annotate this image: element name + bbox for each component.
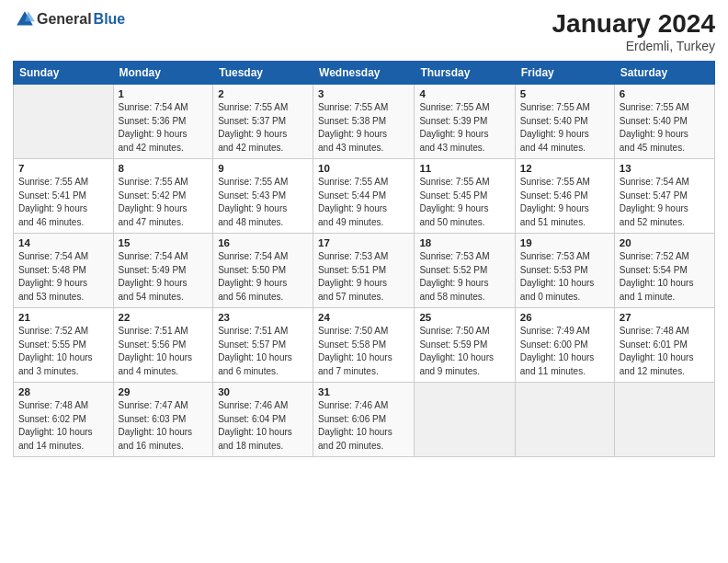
calendar-week-row: 14Sunrise: 7:54 AMSunset: 5:48 PMDayligh…	[14, 234, 715, 308]
day-info: Sunrise: 7:52 AMSunset: 5:55 PMDaylight:…	[18, 325, 108, 378]
calendar-cell: 23Sunrise: 7:51 AMSunset: 5:57 PMDayligh…	[213, 308, 313, 383]
calendar-day-header: Sunday	[14, 62, 114, 85]
calendar-cell: 9Sunrise: 7:55 AMSunset: 5:43 PMDaylight…	[213, 159, 313, 234]
day-number: 13	[620, 163, 710, 174]
calendar-cell: 31Sunrise: 7:46 AMSunset: 6:06 PMDayligh…	[313, 383, 415, 457]
day-info: Sunrise: 7:53 AMSunset: 5:52 PMDaylight:…	[419, 250, 509, 304]
calendar-cell	[614, 383, 714, 457]
day-number: 17	[318, 237, 409, 248]
day-info: Sunrise: 7:46 AMSunset: 6:06 PMDaylight:…	[318, 399, 409, 453]
page: General Blue January 2024 Erdemli, Turke…	[0, 0, 728, 563]
day-number: 11	[419, 163, 509, 174]
calendar-cell: 14Sunrise: 7:54 AMSunset: 5:48 PMDayligh…	[14, 234, 114, 308]
day-number: 3	[318, 88, 409, 99]
day-info: Sunrise: 7:48 AMSunset: 6:01 PMDaylight:…	[620, 325, 710, 378]
day-number: 23	[218, 312, 308, 323]
day-info: Sunrise: 7:50 AMSunset: 5:58 PMDaylight:…	[318, 325, 409, 378]
day-info: Sunrise: 7:55 AMSunset: 5:37 PMDaylight:…	[218, 101, 308, 155]
calendar-cell: 11Sunrise: 7:55 AMSunset: 5:45 PMDayligh…	[415, 159, 515, 234]
calendar-cell	[515, 383, 614, 457]
day-info: Sunrise: 7:55 AMSunset: 5:38 PMDaylight:…	[318, 101, 409, 155]
calendar-day-header: Monday	[113, 62, 213, 85]
day-number: 30	[218, 386, 308, 397]
calendar-cell: 13Sunrise: 7:54 AMSunset: 5:47 PMDayligh…	[614, 159, 714, 234]
calendar-cell: 22Sunrise: 7:51 AMSunset: 5:56 PMDayligh…	[113, 308, 213, 383]
calendar-cell: 27Sunrise: 7:48 AMSunset: 6:01 PMDayligh…	[614, 308, 714, 383]
day-info: Sunrise: 7:51 AMSunset: 5:57 PMDaylight:…	[218, 325, 308, 378]
calendar-week-row: 21Sunrise: 7:52 AMSunset: 5:55 PMDayligh…	[14, 308, 715, 383]
day-number: 22	[119, 312, 209, 323]
calendar-cell: 3Sunrise: 7:55 AMSunset: 5:38 PMDaylight…	[313, 85, 415, 159]
day-number: 20	[620, 237, 710, 248]
day-info: Sunrise: 7:54 AMSunset: 5:49 PMDaylight:…	[119, 250, 209, 304]
calendar-cell: 30Sunrise: 7:46 AMSunset: 6:04 PMDayligh…	[213, 383, 313, 457]
day-number: 26	[520, 312, 609, 323]
day-number: 4	[419, 88, 509, 99]
calendar-cell	[14, 85, 114, 159]
calendar-cell: 18Sunrise: 7:53 AMSunset: 5:52 PMDayligh…	[415, 234, 515, 308]
day-info: Sunrise: 7:55 AMSunset: 5:39 PMDaylight:…	[419, 101, 509, 155]
calendar-cell: 24Sunrise: 7:50 AMSunset: 5:58 PMDayligh…	[313, 308, 415, 383]
day-info: Sunrise: 7:54 AMSunset: 5:47 PMDaylight:…	[620, 176, 710, 229]
calendar-cell: 10Sunrise: 7:55 AMSunset: 5:44 PMDayligh…	[313, 159, 415, 234]
calendar-day-header: Saturday	[614, 62, 714, 85]
day-number: 7	[18, 163, 108, 174]
calendar-day-header: Thursday	[415, 62, 515, 85]
logo: General Blue	[13, 9, 125, 29]
calendar-cell: 28Sunrise: 7:48 AMSunset: 6:02 PMDayligh…	[14, 383, 114, 457]
calendar-header-row: SundayMondayTuesdayWednesdayThursdayFrid…	[14, 62, 715, 85]
header: General Blue January 2024 Erdemli, Turke…	[13, 9, 715, 53]
calendar-cell: 5Sunrise: 7:55 AMSunset: 5:40 PMDaylight…	[515, 85, 614, 159]
calendar-cell: 8Sunrise: 7:55 AMSunset: 5:42 PMDaylight…	[113, 159, 213, 234]
day-info: Sunrise: 7:54 AMSunset: 5:48 PMDaylight:…	[18, 250, 108, 304]
calendar-day-header: Friday	[515, 62, 614, 85]
day-info: Sunrise: 7:55 AMSunset: 5:41 PMDaylight:…	[18, 176, 108, 229]
day-info: Sunrise: 7:48 AMSunset: 6:02 PMDaylight:…	[18, 399, 108, 453]
day-number: 9	[218, 163, 308, 174]
calendar-cell: 4Sunrise: 7:55 AMSunset: 5:39 PMDaylight…	[415, 85, 515, 159]
logo-general: General	[37, 11, 92, 28]
calendar-week-row: 7Sunrise: 7:55 AMSunset: 5:41 PMDaylight…	[14, 159, 715, 234]
calendar-cell: 26Sunrise: 7:49 AMSunset: 6:00 PMDayligh…	[515, 308, 614, 383]
day-info: Sunrise: 7:47 AMSunset: 6:03 PMDaylight:…	[119, 399, 209, 453]
day-info: Sunrise: 7:55 AMSunset: 5:40 PMDaylight:…	[520, 101, 609, 155]
calendar-week-row: 28Sunrise: 7:48 AMSunset: 6:02 PMDayligh…	[14, 383, 715, 457]
calendar-cell	[415, 383, 515, 457]
calendar-cell: 15Sunrise: 7:54 AMSunset: 5:49 PMDayligh…	[113, 234, 213, 308]
calendar-cell: 7Sunrise: 7:55 AMSunset: 5:41 PMDaylight…	[14, 159, 114, 234]
day-info: Sunrise: 7:50 AMSunset: 5:59 PMDaylight:…	[419, 325, 509, 378]
day-info: Sunrise: 7:46 AMSunset: 6:04 PMDaylight:…	[218, 399, 308, 453]
day-info: Sunrise: 7:54 AMSunset: 5:50 PMDaylight:…	[218, 250, 308, 304]
calendar-cell: 12Sunrise: 7:55 AMSunset: 5:46 PMDayligh…	[515, 159, 614, 234]
day-number: 21	[18, 312, 108, 323]
day-info: Sunrise: 7:53 AMSunset: 5:51 PMDaylight:…	[318, 250, 409, 304]
day-info: Sunrise: 7:55 AMSunset: 5:42 PMDaylight:…	[119, 176, 209, 229]
calendar-table: SundayMondayTuesdayWednesdayThursdayFrid…	[13, 61, 715, 457]
calendar-week-row: 1Sunrise: 7:54 AMSunset: 5:36 PMDaylight…	[14, 85, 715, 159]
day-info: Sunrise: 7:55 AMSunset: 5:44 PMDaylight:…	[318, 176, 409, 229]
calendar-cell: 16Sunrise: 7:54 AMSunset: 5:50 PMDayligh…	[213, 234, 313, 308]
calendar-cell: 19Sunrise: 7:53 AMSunset: 5:53 PMDayligh…	[515, 234, 614, 308]
day-number: 29	[119, 386, 209, 397]
day-info: Sunrise: 7:55 AMSunset: 5:45 PMDaylight:…	[419, 176, 509, 229]
subtitle: Erdemli, Turkey	[552, 39, 715, 53]
day-number: 16	[218, 237, 308, 248]
day-number: 10	[318, 163, 409, 174]
calendar-cell: 20Sunrise: 7:52 AMSunset: 5:54 PMDayligh…	[614, 234, 714, 308]
calendar-cell: 1Sunrise: 7:54 AMSunset: 5:36 PMDaylight…	[113, 85, 213, 159]
logo-icon	[15, 9, 35, 29]
day-number: 14	[18, 237, 108, 248]
day-number: 2	[218, 88, 308, 99]
title-block: January 2024 Erdemli, Turkey	[552, 9, 715, 53]
day-info: Sunrise: 7:55 AMSunset: 5:40 PMDaylight:…	[620, 101, 710, 155]
day-number: 5	[520, 88, 609, 99]
calendar-cell: 2Sunrise: 7:55 AMSunset: 5:37 PMDaylight…	[213, 85, 313, 159]
day-number: 27	[620, 312, 710, 323]
day-info: Sunrise: 7:55 AMSunset: 5:46 PMDaylight:…	[520, 176, 609, 229]
day-info: Sunrise: 7:55 AMSunset: 5:43 PMDaylight:…	[218, 176, 308, 229]
logo-blue: Blue	[94, 11, 126, 28]
main-title: January 2024	[552, 9, 715, 39]
day-info: Sunrise: 7:51 AMSunset: 5:56 PMDaylight:…	[119, 325, 209, 378]
day-number: 1	[119, 88, 209, 99]
day-info: Sunrise: 7:49 AMSunset: 6:00 PMDaylight:…	[520, 325, 609, 378]
